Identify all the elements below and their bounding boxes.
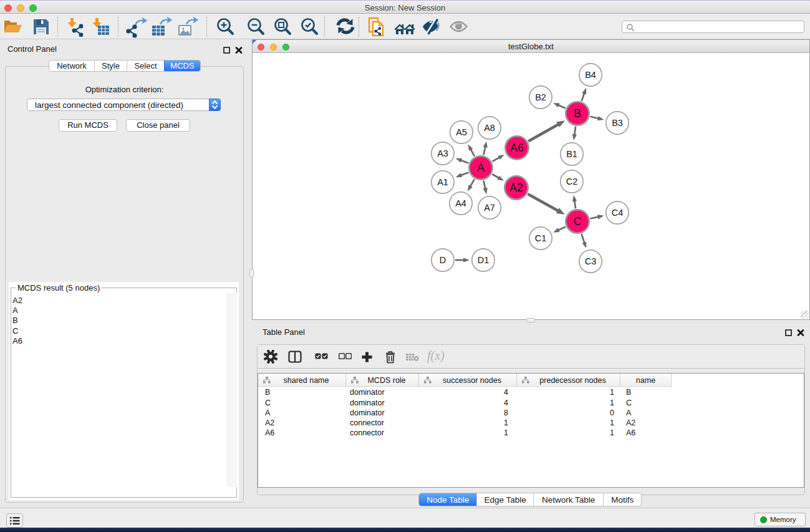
svg-text:A5: A5 xyxy=(456,127,467,137)
svg-text:C1: C1 xyxy=(535,233,547,243)
svg-text:D1: D1 xyxy=(478,255,489,265)
svg-text:B3: B3 xyxy=(612,118,623,128)
svg-text:B: B xyxy=(574,107,581,120)
svg-text:D: D xyxy=(440,255,446,265)
svg-text:C2: C2 xyxy=(566,177,578,186)
svg-text:A: A xyxy=(477,162,485,174)
svg-text:B2: B2 xyxy=(535,92,546,102)
svg-text:A7: A7 xyxy=(484,203,495,213)
svg-text:A2: A2 xyxy=(509,181,523,194)
svg-text:A1: A1 xyxy=(437,177,448,187)
svg-text:C3: C3 xyxy=(585,256,597,266)
svg-text:A6: A6 xyxy=(510,142,523,154)
svg-text:B4: B4 xyxy=(585,70,596,80)
svg-text:A4: A4 xyxy=(455,198,466,208)
svg-text:C: C xyxy=(574,215,582,228)
svg-text:A8: A8 xyxy=(484,123,495,133)
svg-text:B1: B1 xyxy=(566,149,577,159)
svg-text:C4: C4 xyxy=(612,208,624,218)
svg-text:A3: A3 xyxy=(437,148,448,158)
